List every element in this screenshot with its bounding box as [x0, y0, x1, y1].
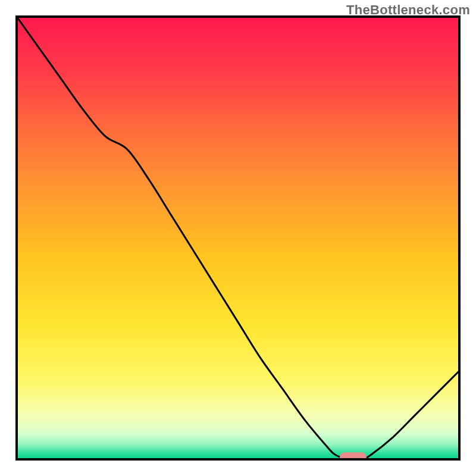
gradient-background	[17, 17, 459, 460]
chart-canvas	[0, 0, 476, 476]
watermark-text: TheBottleneck.com	[346, 2, 470, 18]
